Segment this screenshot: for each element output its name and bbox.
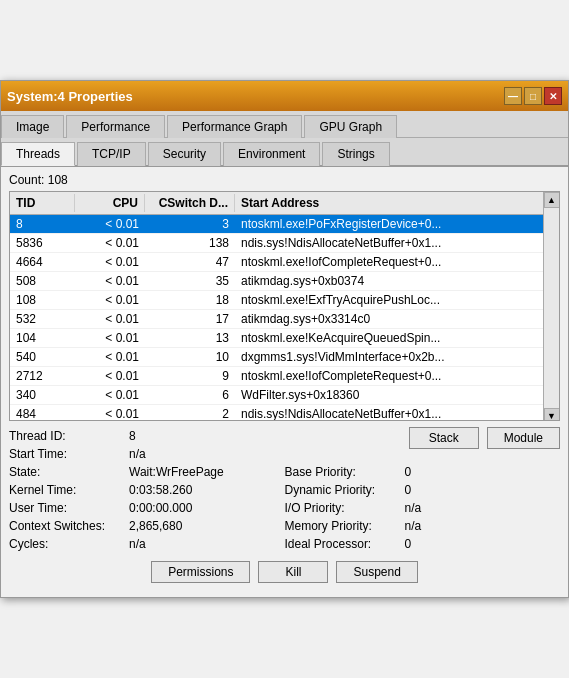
content-area: Count: 108 TID CPU CSwitch D... Start Ad…: [1, 167, 568, 597]
table-row[interactable]: 484 < 0.01 2 ndis.sys!NdisAllocateNetBuf…: [10, 405, 543, 421]
main-window: System:4 Properties — □ ✕ Image Performa…: [0, 80, 569, 598]
io-priority-label: I/O Priority:: [285, 501, 405, 515]
cell-address: ndis.sys!NdisAllocateNetBuffer+0x1...: [235, 405, 543, 421]
tabs-row-1: Image Performance Performance Graph GPU …: [1, 111, 568, 138]
thread-id-value: 8: [129, 429, 136, 443]
tab-image[interactable]: Image: [1, 115, 64, 138]
cell-tid: 5836: [10, 234, 75, 252]
table-row[interactable]: 2712 < 0.01 9 ntoskml.exe!IofCompleteReq…: [10, 367, 543, 386]
table-row[interactable]: 108 < 0.01 18 ntoskml.exe!ExfTryAcquireP…: [10, 291, 543, 310]
cell-tid: 108: [10, 291, 75, 309]
cell-cpu: < 0.01: [75, 272, 145, 290]
state-value: Wait:WrFreePage: [129, 465, 224, 479]
tab-threads[interactable]: Threads: [1, 142, 75, 166]
cell-tid: 484: [10, 405, 75, 421]
io-priority-value: n/a: [405, 501, 422, 515]
cell-address: ntoskml.exe!IofCompleteRequest+0...: [235, 367, 543, 385]
kernel-time-row: Kernel Time: 0:03:58.260: [9, 481, 285, 499]
col-header-cswitch[interactable]: CSwitch D...: [145, 194, 235, 212]
dynamic-priority-value: 0: [405, 483, 412, 497]
table-header: TID CPU CSwitch D... Start Address: [10, 192, 543, 215]
cell-cswitch: 18: [145, 291, 235, 309]
cell-cpu: < 0.01: [75, 310, 145, 328]
suspend-button[interactable]: Suspend: [336, 561, 417, 583]
table-row[interactable]: 104 < 0.01 13 ntoskml.exe!KeAcquireQueue…: [10, 329, 543, 348]
memory-priority-value: n/a: [405, 519, 422, 533]
base-priority-value: 0: [405, 465, 412, 479]
stack-button[interactable]: Stack: [409, 427, 479, 449]
tab-tcpip[interactable]: TCP/IP: [77, 142, 146, 166]
threads-table: TID CPU CSwitch D... Start Address 8 < 0…: [9, 191, 560, 421]
tab-strings[interactable]: Strings: [322, 142, 389, 166]
cell-cswitch: 138: [145, 234, 235, 252]
table-row[interactable]: 8 < 0.01 3 ntoskml.exe!PoFxRegisterDevic…: [10, 215, 543, 234]
close-button[interactable]: ✕: [544, 87, 562, 105]
io-priority-row: I/O Priority: n/a: [285, 499, 561, 517]
table-row[interactable]: 5836 < 0.01 138 ndis.sys!NdisAllocateNet…: [10, 234, 543, 253]
cell-address: ndis.sys!NdisAllocateNetBuffer+0x1...: [235, 234, 543, 252]
base-priority-label: Base Priority:: [285, 465, 405, 479]
user-time-row: User Time: 0:00:00.000: [9, 499, 285, 517]
details-grid: State: Wait:WrFreePage Base Priority: 0 …: [9, 463, 560, 553]
context-switches-label: Context Switches:: [9, 519, 129, 533]
cell-tid: 508: [10, 272, 75, 290]
dynamic-priority-row: Dynamic Priority: 0: [285, 481, 561, 499]
context-switches-value: 2,865,680: [129, 519, 182, 533]
cell-cswitch: 3: [145, 215, 235, 233]
state-label: State:: [9, 465, 129, 479]
cell-tid: 540: [10, 348, 75, 366]
table-row[interactable]: 540 < 0.01 10 dxgmms1.sys!VidMmInterface…: [10, 348, 543, 367]
cell-address: WdFilter.sys+0x18360: [235, 386, 543, 404]
base-priority-row: Base Priority: 0: [285, 463, 561, 481]
cell-tid: 8: [10, 215, 75, 233]
start-time-row: Start Time: n/a: [9, 445, 146, 463]
tab-gpu-graph[interactable]: GPU Graph: [304, 115, 397, 138]
tabs-row-2: Threads TCP/IP Security Environment Stri…: [1, 138, 568, 167]
thread-id-area: Thread ID: 8 Start Time: n/a: [9, 427, 146, 463]
col-header-cpu[interactable]: CPU: [75, 194, 145, 212]
cell-address: atikmdag.sys+0x3314c0: [235, 310, 543, 328]
thread-id-label: Thread ID:: [9, 429, 129, 443]
cell-tid: 2712: [10, 367, 75, 385]
col-header-tid[interactable]: TID: [10, 194, 75, 212]
dynamic-priority-label: Dynamic Priority:: [285, 483, 405, 497]
scroll-down-arrow[interactable]: ▼: [544, 408, 560, 421]
cell-cswitch: 10: [145, 348, 235, 366]
thread-id-row: Thread ID: 8: [9, 427, 146, 445]
memory-priority-row: Memory Priority: n/a: [285, 517, 561, 535]
cell-cpu: < 0.01: [75, 329, 145, 347]
window-title: System:4 Properties: [7, 89, 133, 104]
cell-address: atikmdag.sys+0xb0374: [235, 272, 543, 290]
memory-priority-label: Memory Priority:: [285, 519, 405, 533]
table-row[interactable]: 4664 < 0.01 47 ntoskml.exe!IofCompleteRe…: [10, 253, 543, 272]
user-time-value: 0:00:00.000: [129, 501, 192, 515]
col-header-address[interactable]: Start Address: [235, 194, 527, 212]
table-row[interactable]: 340 < 0.01 6 WdFilter.sys+0x18360: [10, 386, 543, 405]
count-value: 108: [48, 173, 68, 187]
context-switches-row: Context Switches: 2,865,680: [9, 517, 285, 535]
tab-security[interactable]: Security: [148, 142, 221, 166]
cell-cswitch: 35: [145, 272, 235, 290]
count-label: Count:: [9, 173, 44, 187]
table-row[interactable]: 532 < 0.01 17 atikmdag.sys+0x3314c0: [10, 310, 543, 329]
cell-address: ntoskml.exe!KeAcquireQueuedSpin...: [235, 329, 543, 347]
scroll-up-arrow[interactable]: ▲: [544, 192, 560, 208]
bottom-buttons: Permissions Kill Suspend: [9, 561, 560, 591]
module-button[interactable]: Module: [487, 427, 560, 449]
cell-cpu: < 0.01: [75, 386, 145, 404]
cell-address: ntoskml.exe!ExfTryAcquirePushLoc...: [235, 291, 543, 309]
title-bar: System:4 Properties — □ ✕: [1, 81, 568, 111]
tab-performance[interactable]: Performance: [66, 115, 165, 138]
permissions-button[interactable]: Permissions: [151, 561, 250, 583]
cycles-value: n/a: [129, 537, 146, 551]
count-area: Count: 108: [9, 173, 560, 187]
table-row[interactable]: 508 < 0.01 35 atikmdag.sys+0xb0374: [10, 272, 543, 291]
kill-button[interactable]: Kill: [258, 561, 328, 583]
tab-environment[interactable]: Environment: [223, 142, 320, 166]
start-time-label: Start Time:: [9, 447, 129, 461]
minimize-button[interactable]: —: [504, 87, 522, 105]
tab-performance-graph[interactable]: Performance Graph: [167, 115, 302, 138]
cell-address: ntoskml.exe!PoFxRegisterDevice+0...: [235, 215, 543, 233]
maximize-button[interactable]: □: [524, 87, 542, 105]
scrollbar[interactable]: ▲ ▼: [543, 192, 559, 421]
